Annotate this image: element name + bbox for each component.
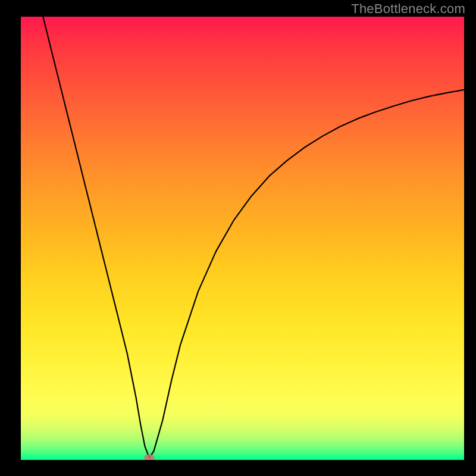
attribution-label: TheBottleneck.com bbox=[351, 1, 465, 17]
bottleneck-curve bbox=[43, 17, 464, 458]
chart-container: TheBottleneck.com bbox=[0, 0, 476, 476]
plot-area bbox=[21, 17, 464, 460]
curve-layer bbox=[21, 17, 464, 460]
minimum-marker bbox=[144, 454, 155, 460]
